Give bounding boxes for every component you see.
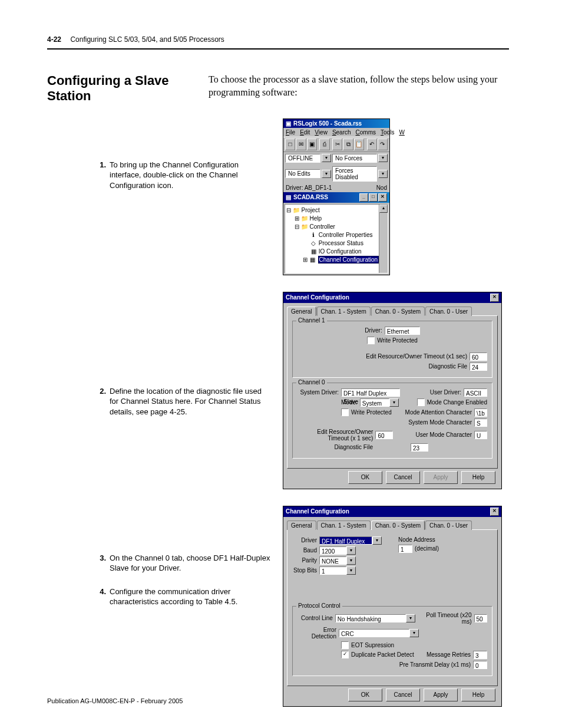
chevron-down-icon[interactable]: ▾ — [346, 566, 356, 575]
chevron-down-icon[interactable]: ▾ — [409, 629, 419, 637]
dialog1-title: Channel Configuration — [286, 294, 349, 301]
scroll-up-icon[interactable]: ▴ — [379, 205, 388, 213]
ch0-mode-label: Mode: — [341, 399, 358, 406]
ch1-diag-label: Diagnostic File — [297, 363, 467, 370]
ch1-timeout-field[interactable]: 60 — [470, 353, 487, 361]
tab-chan0-user[interactable]: Chan. 0 - User — [425, 521, 472, 530]
chevron-down-icon[interactable]: ▾ — [406, 614, 415, 622]
tab-chan0-system[interactable]: Chan. 0 - System — [371, 307, 425, 316]
chevron-down-icon[interactable]: ▾ — [346, 546, 356, 555]
ch0-sysmodechar-field[interactable]: S — [474, 419, 487, 427]
menu-file[interactable]: File — [286, 129, 295, 136]
close-icon[interactable]: ✕ — [490, 294, 499, 302]
d2-poll-field[interactable]: 50 — [474, 614, 488, 622]
tab-general[interactable]: General — [287, 307, 316, 316]
ch0-usermodechar-field[interactable]: U — [474, 431, 487, 439]
d2-stopbits-label: Stop Bits — [292, 567, 317, 574]
copy-icon[interactable]: ⧉ — [343, 139, 353, 150]
step-3-text: On the Channel 0 tab, choose DF1 Half-Du… — [110, 553, 271, 574]
step-2-text: Define the location of the diagnostic fi… — [110, 386, 271, 417]
d2-pretx-field[interactable]: 0 — [473, 661, 487, 669]
channel-config-dialog-system: Channel Configuration ✕ General Chan. 1 … — [283, 506, 502, 707]
ok-button[interactable]: OK — [348, 471, 382, 484]
window-title: RSLogix 500 - Scada.rss — [293, 120, 362, 127]
close-icon[interactable]: ✕ — [490, 508, 499, 516]
cancel-button[interactable]: Cancel — [386, 471, 420, 484]
d2-cl-field[interactable]: No Handshaking — [335, 614, 406, 622]
menu-view[interactable]: View — [315, 129, 328, 136]
d2-stopbits-field[interactable]: 1 — [319, 566, 346, 575]
tab-chan1-system[interactable]: Chan. 1 - System — [317, 521, 371, 530]
menu-window[interactable]: W — [399, 129, 404, 136]
ch0-modechg-check[interactable] — [417, 398, 425, 406]
tree-controller[interactable]: Controller — [310, 223, 335, 230]
open-icon[interactable]: ✉ — [296, 139, 306, 150]
print-icon[interactable]: ⎙ — [319, 139, 329, 150]
tab-chan0-system[interactable]: Chan. 0 - System — [371, 521, 425, 530]
ch0-sysmodechar-label: System Mode Character — [408, 419, 472, 426]
apply-button[interactable]: Apply — [424, 471, 458, 484]
new-icon[interactable]: □ — [285, 139, 295, 150]
d2-driver-field[interactable]: DF1 Half Duplex Slave — [319, 536, 372, 545]
cancel-button[interactable]: Cancel — [386, 689, 420, 701]
chevron-down-icon[interactable]: ▾ — [346, 556, 356, 565]
dialog2-title: Channel Configuration — [286, 508, 349, 515]
maximize-icon[interactable]: □ — [369, 193, 378, 202]
ch0-writeprot-label: Write Protected — [351, 409, 392, 416]
ch1-writeprot-check[interactable] — [367, 337, 375, 344]
d2-baud-field[interactable]: 1200 — [319, 546, 346, 555]
tab-chan0-user[interactable]: Chan. 0 - User — [425, 307, 472, 316]
cut-icon[interactable]: ✂ — [332, 139, 342, 150]
publication-footer: Publication AG-UM008C-EN-P - February 20… — [47, 697, 183, 704]
tree-processor-status[interactable]: Processor Status — [319, 240, 363, 246]
close-icon[interactable]: ✕ — [378, 193, 387, 202]
d2-retries-field[interactable]: 3 — [473, 651, 487, 659]
tab-general[interactable]: General — [287, 521, 316, 530]
ch0-writeprot-check[interactable] — [341, 409, 349, 416]
ch0-modeattn-field[interactable]: \1b — [474, 409, 487, 417]
channel-config-dialog-general: Channel Configuration ✕ General Chan. 1 … — [283, 292, 502, 489]
status-dd4[interactable]: ▾ — [378, 170, 388, 178]
tree-help[interactable]: Help — [310, 215, 322, 222]
status-dd3[interactable]: ▾ — [322, 170, 331, 178]
redo-icon[interactable]: ↷ — [378, 139, 388, 150]
minimize-icon[interactable]: _ — [359, 193, 368, 202]
step-4: 4. Configure the communication driver ch… — [94, 587, 271, 607]
tree-channel-config[interactable]: Channel Configuration — [318, 256, 379, 263]
status-dd1[interactable]: ▾ — [322, 154, 331, 162]
folder-icon: 📁 — [293, 206, 300, 215]
undo-icon[interactable]: ↶ — [367, 139, 377, 150]
d2-nodeaddr-label: Node Address — [398, 536, 435, 543]
menu-edit[interactable]: Edit — [300, 129, 310, 136]
step-4-text: Configure the communication driver chara… — [110, 587, 271, 607]
tab-chan1-system[interactable]: Chan. 1 - System — [317, 307, 371, 316]
ch0-sysdriver-label: System Driver: — [297, 389, 339, 396]
tree-io-config[interactable]: IO Configuration — [319, 248, 362, 255]
apply-button[interactable]: Apply — [424, 689, 458, 701]
d2-eot-check[interactable] — [341, 641, 349, 649]
save-icon[interactable]: ▣ — [307, 139, 317, 150]
page-header: 4-22 Configuring SLC 5/03, 5/04, and 5/0… — [47, 35, 509, 50]
ch0-diag-field[interactable]: 23 — [411, 443, 428, 452]
tree-project[interactable]: Project — [302, 207, 320, 213]
chevron-down-icon[interactable]: ▾ — [372, 536, 382, 545]
ch0-usermodechar-label: User Mode Character — [415, 431, 472, 438]
d2-ed-field[interactable]: CRC — [339, 629, 409, 637]
menu-search[interactable]: Search — [332, 129, 351, 136]
status-dd2[interactable]: ▾ — [378, 154, 388, 162]
help-button[interactable]: Help — [461, 471, 495, 484]
ch0-timeout-field[interactable]: 60 — [375, 431, 393, 439]
ch0-mode-field[interactable]: System — [360, 398, 389, 407]
tree-controller-props[interactable]: Controller Properties — [319, 232, 373, 238]
help-button[interactable]: Help — [461, 689, 495, 701]
d2-nodeaddr-field[interactable]: 1 — [398, 545, 412, 553]
paste-icon[interactable]: 📋 — [354, 139, 364, 150]
step-3-num: 3. — [94, 553, 106, 574]
menu-comms[interactable]: Comms — [356, 129, 376, 136]
d2-parity-field[interactable]: NONE — [319, 556, 346, 565]
d2-dup-check[interactable]: ✓ — [341, 651, 349, 658]
chevron-down-icon[interactable]: ▾ — [389, 398, 399, 407]
ch1-diag-field[interactable]: 24 — [470, 363, 487, 371]
menu-tools[interactable]: Tools — [381, 129, 394, 136]
ok-button[interactable]: OK — [348, 689, 382, 701]
